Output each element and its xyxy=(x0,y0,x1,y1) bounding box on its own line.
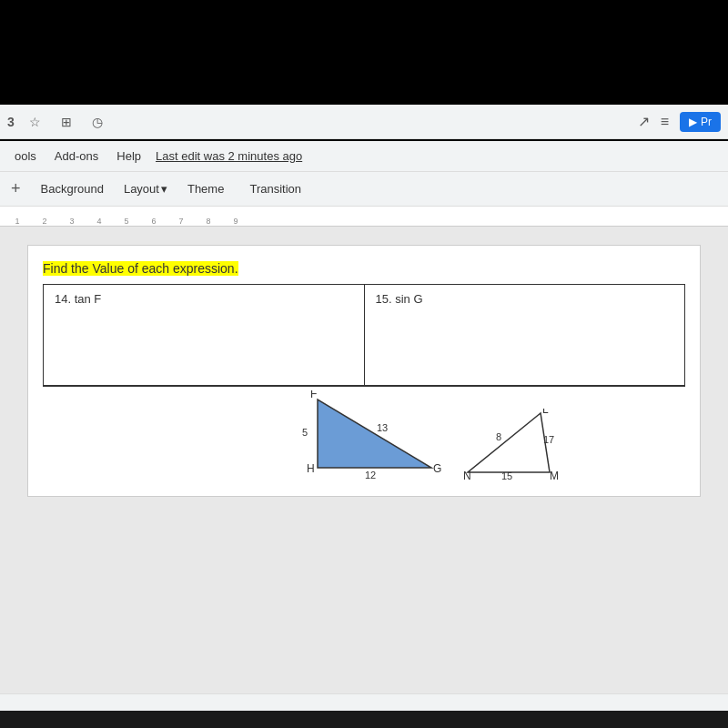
problem-15-label: 15. sin G xyxy=(376,292,423,306)
menu-addons[interactable]: Add-ons xyxy=(47,146,106,167)
doc-number: 3 xyxy=(7,115,15,129)
problems-grid: 14. tan F 15. sin G xyxy=(43,284,685,387)
bottom-bar xyxy=(0,693,728,711)
instruction-text: Find the Value of each expression. xyxy=(43,260,685,277)
svg-text:12: 12 xyxy=(365,470,376,480)
problems-row: 14. tan F 15. sin G xyxy=(44,285,684,386)
svg-text:5: 5 xyxy=(302,427,308,438)
svg-text:15: 15 xyxy=(501,470,512,481)
svg-text:8: 8 xyxy=(496,431,501,442)
last-edit-status: Last edit was 2 minutes ago xyxy=(156,149,302,163)
triangle-fhg: F H G 13 5 12 xyxy=(299,390,445,481)
slide-content: Find the Value of each expression. 14. t… xyxy=(27,245,701,497)
svg-text:M: M xyxy=(550,470,559,481)
problem-14-label: 14. tan F xyxy=(55,292,101,306)
menu-tools[interactable]: ools xyxy=(7,146,44,167)
slide-toolbar: + Background Layout ▾ Theme Transition xyxy=(0,172,728,207)
theme-button[interactable]: Theme xyxy=(182,178,229,199)
chart-icon[interactable]: ↗ xyxy=(638,113,650,130)
svg-text:H: H xyxy=(307,462,315,475)
svg-text:F: F xyxy=(310,390,317,400)
menu-help[interactable]: Help xyxy=(109,146,148,167)
layout-button[interactable]: Layout ▾ xyxy=(124,182,167,196)
background-button[interactable]: Background xyxy=(35,178,109,199)
slide-area: Find the Value of each expression. 14. t… xyxy=(0,227,728,693)
problem-14-cell: 14. tan F xyxy=(44,285,365,385)
diagram-area: F H G 13 5 12 L xyxy=(43,390,685,481)
svg-text:L: L xyxy=(542,409,549,416)
svg-text:17: 17 xyxy=(543,434,554,445)
add-slide-button[interactable]: + xyxy=(11,179,21,198)
svg-marker-0 xyxy=(318,399,431,468)
toolbar-row: 3 ↗ ≡ ▶ Pr xyxy=(0,105,728,139)
present-button[interactable]: ▶ Pr xyxy=(680,112,721,132)
menu-icon[interactable]: ≡ xyxy=(661,114,669,130)
doc-icon[interactable] xyxy=(56,112,76,132)
svg-marker-7 xyxy=(468,413,550,472)
triangle-lnm: L N M 17 8 15 xyxy=(463,409,563,481)
ruler: 1 2 3 4 5 6 7 8 9 xyxy=(0,207,728,227)
top-black-bar: 3 ↗ ≡ ▶ Pr xyxy=(0,0,728,141)
svg-text:13: 13 xyxy=(377,422,388,433)
clock-icon[interactable] xyxy=(87,112,107,132)
menu-row: ools Add-ons Help Last edit was 2 minute… xyxy=(0,141,728,172)
svg-text:N: N xyxy=(463,470,471,481)
problem-15-cell: 15. sin G xyxy=(365,285,685,385)
transition-button[interactable]: Transition xyxy=(244,178,307,199)
present-icon: ▶ xyxy=(689,116,697,128)
svg-text:G: G xyxy=(433,462,441,475)
star-icon[interactable] xyxy=(25,112,46,132)
